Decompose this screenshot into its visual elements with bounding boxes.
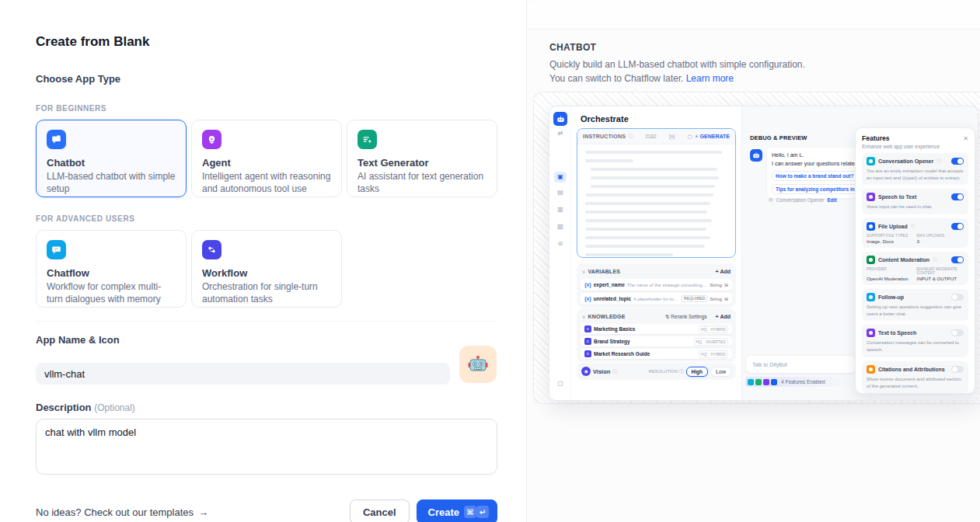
variable-icon: {x} bbox=[584, 282, 591, 287]
feature-card-citations: Citations and Attributions Show source d… bbox=[862, 361, 968, 393]
close-icon: ✕ bbox=[963, 135, 968, 142]
app-name-input[interactable] bbox=[36, 363, 450, 385]
description-textarea[interactable]: chat with vllm model bbox=[36, 419, 497, 475]
chevron-down-icon: ∨ bbox=[582, 314, 585, 319]
app-type-name: Agent bbox=[202, 157, 331, 169]
app-type-card-text-generator[interactable]: Text Generator AI assistant for text gen… bbox=[347, 120, 497, 197]
arrow-right-icon: → bbox=[198, 506, 208, 518]
required-badge: REQUIRED bbox=[682, 295, 707, 302]
resolution-high-option: High bbox=[686, 367, 708, 377]
toggle-off bbox=[951, 366, 964, 373]
document-icon: ≡ bbox=[584, 350, 591, 357]
features-enabled-row: 4 Features Enabled bbox=[745, 377, 856, 387]
mock-variables-panel: ∨ VARIABLES + Add {x} expert_name The na… bbox=[577, 263, 736, 308]
mock-nav-icon: ⊘ bbox=[549, 240, 571, 247]
microphone-icon bbox=[867, 193, 875, 201]
feature-dot-icon bbox=[755, 379, 762, 385]
document-icon: ≡ bbox=[584, 338, 591, 345]
toggle-on bbox=[951, 223, 964, 230]
suggested-question: How to make a brand stand out? bbox=[772, 171, 856, 181]
app-type-card-agent[interactable]: Agent Intelligent agent with reasoning a… bbox=[191, 120, 342, 197]
edit-link: Edit bbox=[827, 197, 836, 203]
app-type-description: LLM-based chatbot with simple setup bbox=[47, 171, 176, 195]
mock-chat-input: Talk to DifyBot bbox=[745, 355, 856, 374]
text-to-speech-icon bbox=[867, 329, 875, 337]
feature-card-speech-to-text: Speech to Text Voice input can be used i… bbox=[862, 189, 968, 214]
mock-app-icon bbox=[553, 112, 567, 126]
app-screenshot-mock: ⇄ ▣ ▤ ▥ ▧ ⊘ ▢ Orchestrate GPT-4o CHAT ◦◦… bbox=[549, 106, 978, 401]
preview-pane-header bbox=[528, 0, 980, 30]
debug-preview-label: DEBUG & PREVIEW bbox=[750, 134, 807, 141]
instructions-skeleton bbox=[577, 144, 735, 258]
info-icon: ⓘ bbox=[628, 133, 633, 140]
moderation-shield-icon bbox=[867, 256, 875, 264]
description-label: Description (Optional) bbox=[36, 402, 497, 413]
document-icon: ≡ bbox=[584, 325, 591, 332]
mock-switch-icon: ⇄ bbox=[549, 130, 571, 137]
mock-title: Orchestrate bbox=[581, 114, 629, 124]
mock-greeting-bubble: Hello, I am L. I can answer your questio… bbox=[767, 148, 856, 198]
citations-icon bbox=[867, 365, 875, 374]
optional-hint: (Optional) bbox=[94, 402, 135, 413]
mock-nav-orchestrate-icon: ▣ bbox=[554, 172, 567, 183]
enter-key-icon: ↵ bbox=[476, 506, 489, 518]
toggle-off bbox=[951, 329, 964, 336]
app-icon-picker[interactable] bbox=[459, 346, 497, 383]
toggle-on bbox=[951, 158, 964, 165]
mock-nav-icon: ▥ bbox=[549, 206, 571, 213]
follow-up-chat-icon bbox=[867, 293, 875, 301]
info-icon: ⓘ bbox=[933, 257, 937, 263]
app-type-description: Workflow for complex multi-turn dialogue… bbox=[47, 281, 176, 305]
feature-card-follow-up: Follow-up Setting up next questions sugg… bbox=[862, 289, 968, 321]
app-name-label: App Name & Icon bbox=[36, 334, 497, 346]
info-icon: ⓘ bbox=[612, 368, 617, 375]
mock-sidebar bbox=[549, 106, 571, 401]
preview-illustration-box: ⇄ ▣ ▤ ▥ ▧ ⊘ ▢ Orchestrate GPT-4o CHAT ◦◦… bbox=[533, 92, 980, 404]
variable-row: {x} expert_name The name of the strategi… bbox=[581, 279, 732, 291]
page-title: Create from Blank bbox=[36, 34, 497, 50]
feature-dot-icon bbox=[748, 379, 754, 385]
create-from-blank-modal: Create from Blank Choose App Type FOR BE… bbox=[0, 0, 527, 522]
knowledge-row: ≡ Market Research Guide HQ · HYBRID bbox=[581, 349, 732, 359]
for-advanced-users-label: FOR ADVANCED USERS bbox=[36, 214, 497, 223]
feature-card-content-moderation: Content Moderation ⓘ PROVIDER ENABLED MO… bbox=[862, 252, 968, 285]
learn-more-link[interactable]: Learn more bbox=[686, 73, 734, 84]
app-type-name: Chatflow bbox=[47, 267, 176, 279]
app-type-card-chatflow[interactable]: Chatflow Workflow for complex multi-turn… bbox=[36, 230, 187, 308]
section-divider bbox=[36, 321, 497, 322]
variable-insert-icon: {x} bbox=[669, 134, 675, 139]
cancel-button[interactable]: Cancel bbox=[350, 499, 410, 522]
conversation-opener-row: ◎ Conversation Opener Edit bbox=[769, 197, 837, 203]
robot-emoji-icon bbox=[467, 353, 489, 375]
mock-nav-icon: ▧ bbox=[549, 223, 571, 230]
info-icon: ⓘ bbox=[936, 158, 941, 164]
info-icon: ⓘ bbox=[911, 224, 915, 229]
resolution-low-option: Low bbox=[710, 367, 731, 377]
preview-heading: CHATBOT bbox=[549, 42, 823, 53]
feature-card-text-to-speech: Text to Speech Conversation messages can… bbox=[862, 325, 968, 357]
feature-card-file-upload: File Upload ⓘ SUPPORT FILE TYPES MAX UPL… bbox=[862, 218, 968, 248]
toggle-on bbox=[951, 256, 964, 263]
toggle-on bbox=[951, 193, 964, 200]
mock-vision-row: ◉ Vision ⓘ RESOLUTION ⓘ High Low bbox=[577, 363, 736, 380]
agent-robot-icon bbox=[202, 130, 221, 149]
chatflow-icon bbox=[47, 240, 66, 259]
workflow-icon bbox=[202, 240, 221, 259]
vision-eye-icon: ◉ bbox=[581, 367, 591, 376]
templates-link[interactable]: No ideas? Check out our templates → bbox=[36, 506, 208, 518]
toggle-off bbox=[951, 294, 964, 301]
variable-settings-icon: ⊞ bbox=[724, 296, 728, 301]
suggested-question: Tips for analyzing competitors in market bbox=[772, 184, 856, 194]
create-button[interactable]: Create ⌘ ↵ bbox=[417, 499, 497, 522]
mock-nav-icon: ▤ bbox=[549, 189, 571, 196]
app-type-description: Orchestration for single-turn automation… bbox=[202, 281, 331, 305]
app-type-card-workflow[interactable]: Workflow Orchestration for single-turn a… bbox=[191, 230, 342, 308]
variable-settings-icon: ⊞ bbox=[724, 282, 728, 287]
beginner-app-type-grid: Chatbot LLM-based chatbot with simple se… bbox=[36, 120, 497, 197]
app-type-card-chatbot[interactable]: Chatbot LLM-based chatbot with simple se… bbox=[36, 120, 187, 197]
conversation-opener-icon bbox=[867, 157, 875, 165]
mock-knowledge-panel: ∨ KNOWLEDGE ⇅ Rerank Settings + Add ≡ Ma… bbox=[577, 308, 736, 362]
advanced-app-type-grid: Chatflow Workflow for complex multi-turn… bbox=[36, 230, 497, 308]
choose-app-type-label: Choose App Type bbox=[36, 73, 497, 85]
app-type-name: Chatbot bbox=[47, 157, 176, 169]
